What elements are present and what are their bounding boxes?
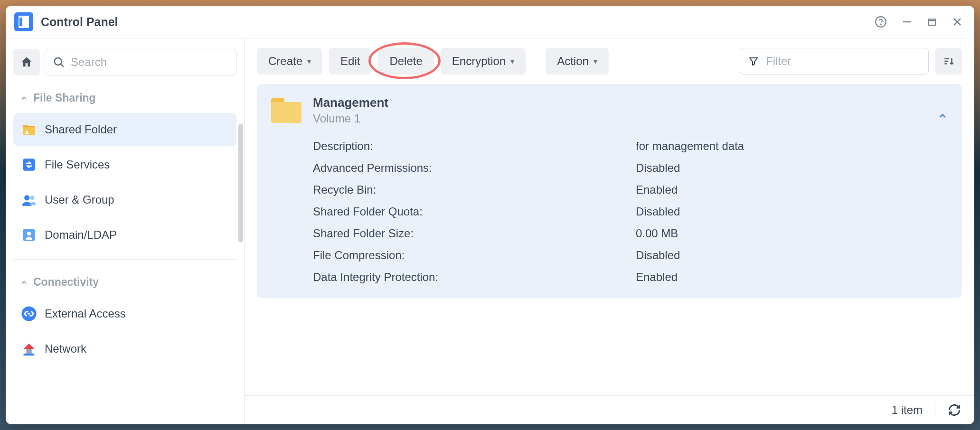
- help-icon[interactable]: [875, 16, 887, 28]
- delete-button[interactable]: Delete: [378, 48, 433, 75]
- sidebar-item-domain-ldap[interactable]: Domain/LDAP: [13, 218, 236, 252]
- file-swap-icon: [21, 157, 37, 173]
- sidebar-item-file-services[interactable]: File Services: [13, 148, 236, 181]
- button-label: Create: [268, 55, 302, 68]
- chevron-up-icon: [20, 278, 28, 287]
- detail-label: Description:: [313, 140, 636, 153]
- section-label: Connectivity: [33, 276, 99, 289]
- titlebar: Control Panel: [6, 6, 974, 38]
- create-button[interactable]: Create ▾: [257, 48, 322, 75]
- section-label: File Sharing: [33, 92, 96, 104]
- window-title: Control Panel: [41, 15, 118, 29]
- minimize-icon[interactable]: [901, 16, 913, 28]
- folder-icon: [271, 98, 302, 123]
- chevron-down-icon: ▾: [307, 57, 311, 66]
- item-count: 1 item: [892, 403, 923, 417]
- window-controls: [875, 16, 963, 28]
- sidebar-item-external-access[interactable]: External Access: [13, 297, 236, 330]
- sidebar-item-user-group[interactable]: User & Group: [13, 183, 236, 216]
- chevron-up-icon: [20, 94, 28, 103]
- chevron-down-icon: ▾: [510, 57, 514, 66]
- sidebar-item-shared-folder[interactable]: Shared Folder: [13, 113, 236, 146]
- link-icon: [21, 306, 37, 322]
- sidebar: File Sharing Shared Folder File Services…: [6, 38, 245, 424]
- button-label: Delete: [389, 55, 422, 68]
- divider: [935, 402, 935, 418]
- card-icon: [21, 227, 37, 243]
- svg-point-1: [880, 24, 881, 25]
- svg-rect-16: [26, 349, 31, 354]
- filter-icon: [748, 56, 759, 67]
- svg-point-7: [55, 58, 62, 65]
- divider: [13, 259, 236, 260]
- detail-value: 0.00 MB: [636, 227, 948, 240]
- detail-label: Recycle Bin:: [313, 183, 636, 196]
- sort-button[interactable]: [935, 48, 962, 75]
- detail-label: Shared Folder Size:: [313, 227, 636, 240]
- chevron-down-icon: ▾: [594, 57, 597, 66]
- detail-value: Disabled: [636, 161, 948, 175]
- maximize-icon[interactable]: [927, 17, 937, 27]
- folder-icon: [21, 122, 37, 138]
- search-input[interactable]: [71, 56, 228, 69]
- sidebar-item-label: File Services: [45, 158, 110, 171]
- detail-label: File Compression:: [313, 249, 636, 262]
- users-icon: [21, 192, 37, 208]
- sidebar-item-label: External Access: [45, 307, 126, 320]
- svg-point-12: [30, 196, 35, 200]
- collapse-button[interactable]: [937, 111, 948, 121]
- toolbar: Create ▾ Edit Delete Encryption ▾: [245, 38, 974, 84]
- action-button[interactable]: Action ▾: [546, 48, 609, 75]
- sidebar-item-label: Network: [45, 342, 86, 355]
- edit-button[interactable]: Edit: [329, 48, 371, 75]
- filter-box[interactable]: [739, 48, 929, 75]
- statusbar: 1 item: [245, 395, 974, 424]
- content: Management Volume 1 Description: for man…: [245, 84, 974, 395]
- search-icon: [53, 56, 65, 68]
- svg-rect-17: [24, 354, 35, 355]
- folder-details: Description: for management data Advance…: [313, 140, 948, 284]
- encryption-button[interactable]: Encryption ▾: [441, 48, 526, 75]
- button-label: Encryption: [452, 55, 506, 68]
- sidebar-search[interactable]: [45, 49, 236, 75]
- detail-value: Disabled: [636, 205, 948, 218]
- refresh-button[interactable]: [948, 403, 961, 417]
- scrollbar[interactable]: [238, 124, 243, 243]
- section-connectivity[interactable]: Connectivity: [13, 267, 236, 295]
- sidebar-item-network[interactable]: Network: [13, 332, 236, 365]
- button-label: Edit: [340, 55, 360, 68]
- detail-value: Enabled: [636, 271, 948, 284]
- filter-input[interactable]: [766, 55, 920, 68]
- detail-label: Shared Folder Quota:: [313, 205, 636, 218]
- detail-value: Disabled: [636, 249, 948, 262]
- detail-label: Advanced Permissions:: [313, 161, 636, 175]
- svg-line-8: [61, 64, 64, 67]
- detail-label: Data Integrity Protection:: [313, 271, 636, 284]
- sidebar-item-label: Shared Folder: [45, 123, 117, 136]
- close-icon[interactable]: [952, 16, 963, 28]
- control-panel-window: Control Panel: [6, 6, 974, 424]
- sidebar-item-label: User & Group: [45, 193, 114, 206]
- svg-rect-10: [23, 159, 35, 171]
- detail-value: for management data: [636, 140, 948, 153]
- detail-value: Enabled: [636, 183, 948, 196]
- folder-volume: Volume 1: [313, 112, 948, 125]
- svg-point-11: [24, 195, 29, 200]
- main-area: Create ▾ Edit Delete Encryption ▾: [245, 38, 974, 424]
- folder-name: Management: [313, 95, 948, 110]
- network-icon: [21, 341, 37, 357]
- app-icon: [14, 12, 33, 31]
- section-file-sharing[interactable]: File Sharing: [13, 83, 236, 111]
- sidebar-item-label: Domain/LDAP: [45, 228, 117, 242]
- svg-point-14: [27, 232, 31, 236]
- folder-row[interactable]: Management Volume 1 Description: for man…: [257, 84, 962, 298]
- home-button[interactable]: [13, 49, 40, 75]
- button-label: Action: [557, 55, 589, 68]
